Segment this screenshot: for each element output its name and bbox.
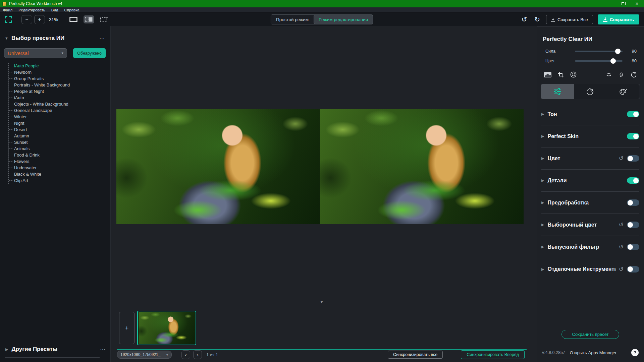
close-button[interactable]: ✕ [630,0,644,7]
menu-help[interactable]: Справка [64,8,79,12]
prev-image-button[interactable]: ‹ [181,350,190,359]
reset-icon[interactable]: ↺ [619,244,624,250]
expand-arrow-icon[interactable]: ▶ [541,112,544,116]
section-toggle[interactable] [627,111,639,117]
preset-item[interactable]: Flowers [9,158,110,165]
section-toggle[interactable] [627,133,639,139]
expand-arrow-icon[interactable]: ▶ [5,347,8,352]
reset-icon[interactable]: ↺ [619,266,624,272]
preset-item[interactable]: Newborn [9,69,110,75]
preset-item[interactable]: Black & White [9,171,110,177]
save-all-button[interactable]: Сохранить Все [546,15,593,24]
other-presets-title[interactable]: Другие Пресеты [11,346,97,353]
expand-arrow-icon[interactable]: ▶ [541,156,544,161]
preset-item[interactable]: Sunset [9,139,110,145]
filename-dropdown[interactable]: 1920x1080_1750921_ ▾ [117,351,172,359]
expand-arrow-icon[interactable]: ▶ [541,134,544,138]
side-by-side-view-button[interactable] [99,15,110,23]
thumbnail-selected[interactable] [137,311,196,345]
collapse-arrow-icon[interactable]: ▼ [5,36,8,40]
section-selective-color[interactable]: ▶ Выборочный цвет ↺ [541,214,639,236]
tab-simple-mode[interactable]: Простой режим [271,15,314,24]
reset-icon[interactable]: ↺ [619,156,624,161]
section-toggle[interactable] [627,177,639,184]
reset-icon[interactable]: ↺ [619,222,624,228]
help-button[interactable]: ? [631,349,639,356]
redo-button[interactable]: ↻ [533,16,541,23]
save-preset-button[interactable]: Сохранить пресет [561,330,619,339]
preset-item[interactable]: Food & Drink [9,152,110,158]
slider-knob[interactable] [615,49,621,54]
tree-twig [9,129,12,130]
preset-item[interactable]: Night [9,120,110,126]
section-preprocessing[interactable]: ▶ Предобработка ↺ [541,192,639,214]
minimize-button[interactable] [602,0,616,7]
fit-to-screen-icon[interactable] [5,16,12,23]
zoom-in-button[interactable]: + [34,15,45,24]
section-ton[interactable]: ▶ Тон ↺ [541,103,639,125]
color-slider[interactable] [575,60,623,62]
preset-item[interactable]: Portraits - White Background [9,82,110,88]
detected-button[interactable]: Обнаружено [73,48,106,58]
sync-all-button[interactable]: Синхронизировать все [388,351,443,359]
section-toggle[interactable] [627,199,639,206]
preset-item[interactable]: People at Night [9,88,110,95]
undo-button[interactable]: ↺ [520,16,529,23]
open-apps-manager-link[interactable]: Открыть Apps Manager [570,350,616,355]
sync-forward-button[interactable]: Синхронизировать Вперёд [461,350,525,359]
section-finishing-tools[interactable]: ▶ Отделочные Инструменты ↺ [541,258,639,280]
tab-adjustments[interactable] [541,84,574,99]
rotate-icon[interactable] [631,72,637,78]
section-details[interactable]: ▶ Детали ↺ [541,170,639,192]
preset-item[interactable]: iAuto [9,95,110,101]
section-perfect-skin[interactable]: ▶ Perfect Skin ↺ [541,125,639,147]
image-before[interactable] [116,109,320,224]
section-toggle[interactable] [627,266,639,273]
zoom-out-button[interactable]: − [21,15,32,24]
section-toggle[interactable] [627,155,639,162]
tab-retouch[interactable] [574,84,607,99]
preset-menu-dots[interactable]: ⋯ [99,35,105,42]
preset-item[interactable]: Objects - White Background [9,101,110,107]
expand-arrow-icon[interactable]: ▶ [541,223,544,227]
expand-arrow-icon[interactable]: ▶ [541,245,544,249]
face-icon[interactable] [570,71,577,78]
section-toggle[interactable] [627,244,639,250]
histogram-icon[interactable] [544,72,551,77]
image-after[interactable] [320,109,524,224]
preset-item[interactable]: Clip Art [9,177,110,184]
slider-knob[interactable] [610,58,616,64]
save-button[interactable]: Сохранить [598,14,639,24]
next-image-button[interactable]: › [193,350,202,359]
other-presets-menu-dots[interactable]: ⋯ [100,346,106,353]
filmstrip-collapse-icon[interactable]: ▼ [320,300,324,304]
flip-vertical-icon[interactable] [606,72,612,78]
strength-slider[interactable] [575,51,623,52]
expand-arrow-icon[interactable]: ▶ [541,267,544,272]
expand-arrow-icon[interactable]: ▶ [541,178,544,183]
preset-item[interactable]: iAuto People [9,63,110,69]
section-output-filter[interactable]: ▶ Выпускной фильтр ↺ [541,236,639,258]
crop-icon[interactable] [558,72,564,78]
preset-item[interactable]: Desert [9,126,110,133]
preset-item[interactable]: Winter [9,114,110,120]
preset-item[interactable]: General Landscape [9,107,110,114]
add-image-button[interactable]: + [119,312,135,344]
preset-item[interactable]: Group Portraits [9,75,110,82]
preset-item[interactable]: Underwater [9,165,110,171]
flip-horizontal-icon[interactable] [618,72,624,78]
tab-edit-mode[interactable]: Режим редактирования [314,15,373,24]
section-color[interactable]: ▶ Цвет ↺ [541,147,639,170]
preset-item[interactable]: Autumn [9,133,110,139]
preset-category-dropdown[interactable]: Universal ▾ [4,48,67,58]
section-toggle[interactable] [627,222,639,228]
preset-item[interactable]: Animals [9,145,110,152]
tab-paint[interactable] [607,84,640,99]
menu-edit[interactable]: Редактировать [18,8,45,12]
menu-view[interactable]: Вид [51,8,58,12]
single-view-button[interactable] [68,15,79,23]
menu-file[interactable]: Файл [3,8,12,12]
expand-arrow-icon[interactable]: ▶ [541,200,544,205]
restore-button[interactable] [616,0,630,7]
split-view-button[interactable] [84,15,94,23]
